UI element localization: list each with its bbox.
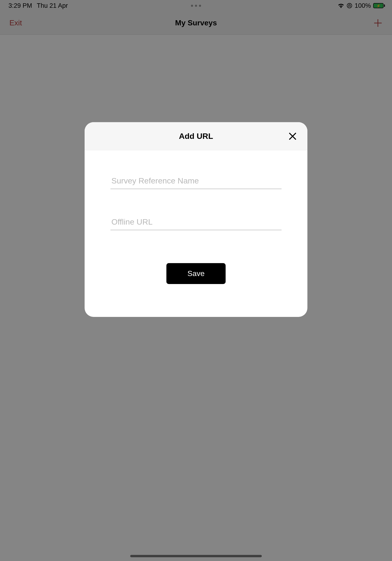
offline-url-input[interactable] [110,215,282,230]
save-button[interactable]: Save [166,263,226,284]
survey-reference-name-input[interactable] [110,174,282,189]
close-icon [288,132,297,141]
home-indicator-icon[interactable] [130,555,262,557]
modal-title: Add URL [179,131,213,141]
modal-overlay[interactable]: Add URL Save [0,0,392,561]
home-indicator-wrap [0,555,392,557]
modal-header: Add URL [85,122,307,150]
close-button[interactable] [287,130,298,142]
add-url-modal: Add URL Save [85,122,307,317]
modal-body: Save [85,150,307,317]
